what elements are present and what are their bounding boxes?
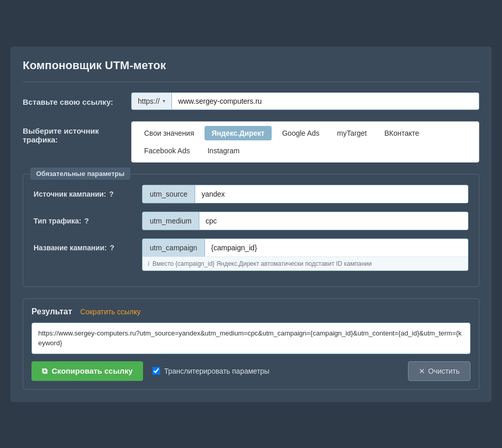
param-row-medium: Тип трафика: ? utm_medium — [34, 212, 468, 230]
main-container: Компоновщик UTM-меток Вставьте свою ссыл… — [10, 46, 492, 402]
source-selector: Свои значения Яндекс.Директ Google Ads m… — [131, 121, 479, 163]
result-section: Результат Сократить ссылку https://www.s… — [23, 298, 479, 390]
source-btn-vk[interactable]: ВКонтакте — [377, 126, 426, 140]
transliterate-checkbox[interactable] — [152, 367, 160, 375]
param-key-campaign: utm_campaign — [143, 239, 205, 257]
param-row-campaign: Название кампании: ? utm_campaign i Вмес… — [34, 238, 468, 271]
help-icon-campaign[interactable]: ? — [110, 244, 115, 252]
shorten-link[interactable]: Сократить ссылку — [81, 308, 141, 316]
source-btn-google[interactable]: Google Ads — [275, 126, 326, 140]
param-input-group-campaign: utm_campaign i Вместо {campaign_id} Янде… — [142, 238, 468, 271]
url-field-label: Вставьте свою ссылку: — [23, 92, 131, 106]
page-title: Компоновщик UTM-меток — [23, 59, 479, 72]
param-key-source: utm_source — [143, 185, 195, 203]
result-actions: ⧉ Скопировать ссылку Транслитерировать п… — [32, 361, 470, 381]
url-input-group: https:// ▾ — [131, 92, 479, 110]
url-protocol-selector[interactable]: https:// ▾ — [132, 93, 172, 109]
source-btn-custom[interactable]: Свои значения — [137, 126, 201, 140]
param-value-campaign[interactable] — [205, 239, 468, 257]
url-protocol-text: https:// — [138, 97, 160, 105]
param-input-group-source: utm_source — [142, 185, 468, 203]
param-input-row-medium: utm_medium — [143, 212, 468, 230]
copy-button[interactable]: ⧉ Скопировать ссылку — [32, 361, 143, 381]
url-text-input[interactable] — [172, 93, 479, 109]
result-header: Результат Сократить ссылку — [32, 307, 470, 316]
param-key-medium: utm_medium — [143, 212, 199, 230]
result-title: Результат — [32, 307, 72, 316]
help-icon-source[interactable]: ? — [109, 190, 114, 198]
required-params-title: Обязательные параметры — [30, 168, 130, 180]
url-field-row: Вставьте свою ссылку: https:// ▾ — [23, 92, 479, 110]
param-input-row-source: utm_source — [143, 185, 468, 203]
help-icon-medium[interactable]: ? — [84, 217, 89, 225]
source-field-label: Выберите источниктрафика: — [23, 121, 131, 144]
chevron-down-icon: ▾ — [163, 98, 165, 104]
param-input-group-medium: utm_medium — [142, 212, 468, 230]
result-url-box: https://www.sergey-computers.ru?utm_sour… — [32, 323, 470, 354]
copy-icon: ⧉ — [42, 366, 48, 376]
param-value-source[interactable] — [195, 185, 468, 203]
param-value-medium[interactable] — [199, 212, 468, 230]
param-hint-campaign: i Вместо {campaign_id} Яндекс.Директ авт… — [143, 257, 468, 270]
clear-button[interactable]: ✕ Очистить — [408, 361, 470, 381]
param-label-campaign: Название кампании: ? — [34, 238, 142, 252]
param-input-row-campaign: utm_campaign — [143, 239, 468, 257]
source-btn-instagram[interactable]: Instagram — [200, 143, 247, 158]
source-btn-yandex[interactable]: Яндекс.Директ — [205, 126, 272, 140]
source-field-row: Выберите источниктрафика: Свои значения … — [23, 121, 479, 163]
source-btn-mytarget[interactable]: myTarget — [330, 126, 374, 140]
transliterate-label[interactable]: Транслитерировать параметры — [152, 367, 270, 375]
param-label-medium: Тип трафика: ? — [34, 212, 142, 225]
required-params-section: Обязательные параметры Источник кампании… — [23, 174, 479, 287]
clear-icon: ✕ — [419, 367, 425, 375]
source-btn-facebook[interactable]: Facebook Ads — [137, 143, 197, 158]
title-divider — [23, 82, 479, 82]
info-icon: i — [148, 260, 149, 267]
param-row-source: Источник кампании: ? utm_source — [34, 185, 468, 203]
param-label-source: Источник кампании: ? — [34, 185, 142, 198]
